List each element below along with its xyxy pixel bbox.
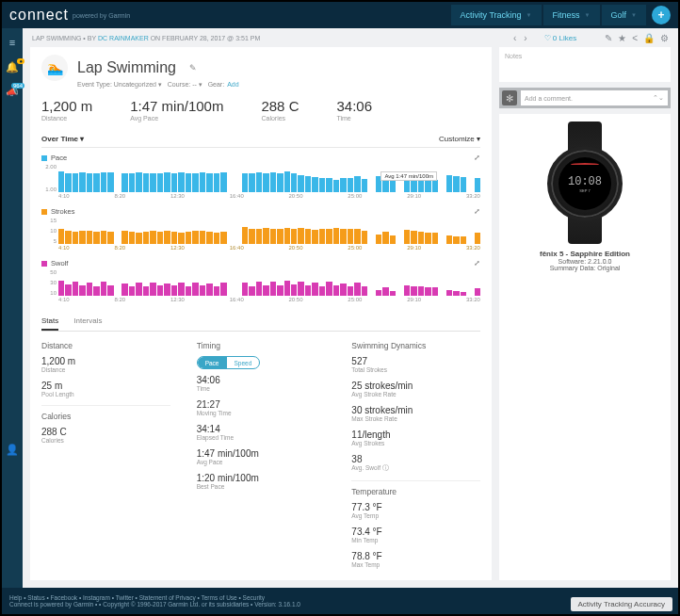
stat-item: 78.8 °FMax Temp [351, 551, 480, 568]
chart-mode-dropdown[interactable]: Over Time ▾ [41, 135, 84, 143]
stat-item: 25 strokes/minAvg Stroke Rate [351, 381, 480, 397]
main-panel: 🏊 Lap Swimming ✎ Event Type: Uncategoriz… [30, 47, 492, 580]
event-type-dropdown[interactable]: Event Type: Uncategorized ▾ [77, 81, 162, 88]
likes-button[interactable]: ♡ 0 Likes [544, 34, 577, 42]
share-icon[interactable]: < [632, 33, 638, 43]
next-activity-icon[interactable]: › [520, 33, 530, 43]
stat-item: 34:06Time [197, 375, 326, 392]
stat-item: 25 mPool Length [41, 381, 170, 397]
notifications-icon[interactable]: 🔔● [6, 60, 19, 73]
device-software: Software: 2.21.0.0 [559, 258, 612, 265]
top-metric: 1,200 mDistance [41, 98, 92, 122]
stat-item: 21:27Moving Time [197, 399, 326, 416]
breadcrumb-section: LAP SWIMMING [32, 35, 81, 41]
footer: Help • Status • Facebook • Instagram • T… [2, 588, 678, 614]
tab-stats[interactable]: Stats [41, 313, 58, 331]
notes-header: Notes [505, 53, 665, 59]
top-metric: 1:47 min/100mAvg Pace [130, 98, 223, 122]
breadcrumb-row: LAP SWIMMING • BY DC RAINMAKER ON FEBRUA… [23, 28, 678, 47]
menu-icon[interactable]: ≡ [6, 36, 19, 49]
activity-title: Lap Swimming [77, 59, 176, 76]
chart-swolf[interactable]: 5030104:108:2012:3016:4020:5025:0029:103… [41, 269, 480, 305]
activity-tools: ✎ ★ < 🔒 ⚙ [605, 33, 669, 43]
edit-title-icon[interactable]: ✎ [189, 63, 197, 73]
expand-chart-icon[interactable]: ⤢ [474, 207, 480, 216]
topbar: connect powered by Garmin Activity Track… [2, 2, 678, 28]
favorite-icon[interactable]: ★ [618, 33, 626, 43]
avg-flag: Avg 1:47 min/100m [380, 171, 437, 181]
chart-pace[interactable]: 2.001.004:108:2012:3016:4020:5025:0029:1… [41, 164, 480, 202]
device-summary: Summary Data: Original [550, 265, 621, 271]
stat-item: 30 strokes/minMax Stroke Rate [351, 405, 480, 422]
expand-chart-icon[interactable]: ⤢ [474, 154, 480, 162]
edit-icon[interactable]: ✎ [605, 33, 612, 43]
pace-speed-toggle[interactable]: PaceSpeed [197, 356, 261, 369]
settings-icon[interactable]: ⚙ [660, 33, 669, 43]
top-tab-activity[interactable]: Activity Tracking▼ [451, 5, 542, 25]
device-panel: 10:08 SEP 7 fēnix 5 - Sapphire Edition S… [499, 114, 671, 580]
stat-item: 1:20 min/100mBest Pace [197, 473, 326, 490]
comment-bar: ✻ Add a comment.⌃⌄ [499, 88, 671, 108]
stat-item: 288 CCalories [41, 427, 170, 444]
brand-sub: powered by Garmin [73, 12, 130, 19]
top-metric: 288 CCalories [261, 98, 299, 122]
stat-item: 34:14Elapsed Time [197, 424, 326, 441]
avatar: ✻ [502, 90, 517, 105]
tab-intervals[interactable]: Intervals [73, 313, 102, 331]
stat-item: 1,200 mDistance [41, 356, 170, 373]
device-image: 10:08 SEP 7 [538, 122, 632, 244]
breadcrumb-author[interactable]: DC RAINMAKER [98, 35, 149, 41]
lock-icon[interactable]: 🔒 [643, 33, 655, 43]
swim-icon: 🏊 [41, 55, 68, 81]
course-dropdown[interactable]: Course: -- ▾ [168, 81, 202, 88]
prev-activity-icon[interactable]: ‹ [510, 33, 520, 43]
chart-strokes[interactable]: 151054:108:2012:3016:4020:5025:0029:1033… [41, 218, 480, 253]
stat-item: 1:47 min/100mAvg Pace [197, 448, 326, 465]
accuracy-button[interactable]: Activity Tracking Accuracy [571, 597, 672, 611]
breadcrumb-date: ON FEBRUARY 28, 2017 @ 3:51 PM [151, 35, 261, 41]
device-name: fēnix 5 - Sapphire Edition [540, 250, 630, 258]
stat-item: 11/lengthAvg Strokes [351, 430, 480, 446]
messages-icon[interactable]: 📣964 [6, 85, 19, 98]
customize-dropdown[interactable]: Customize ▾ [439, 135, 480, 143]
notes-panel: Notes [499, 47, 671, 82]
top-tab-golf[interactable]: Golf▼ [602, 5, 646, 25]
profile-icon[interactable]: 👤 [6, 443, 19, 456]
top-tab-fitness[interactable]: Fitness▼ [543, 5, 600, 25]
stat-item: 77.3 °FAvg Temp [351, 502, 480, 519]
stat-item: 73.4 °FMin Temp [351, 527, 480, 543]
expand-chart-icon[interactable]: ⤢ [474, 259, 480, 267]
top-metric: 34:06Time [336, 98, 372, 122]
comment-input[interactable]: Add a comment.⌃⌄ [521, 90, 668, 105]
add-gear-link[interactable]: Add [227, 81, 238, 88]
brand-name: connect [9, 7, 69, 24]
add-button[interactable]: + [652, 6, 671, 24]
stat-item: 38Avg. Swolf ⓘ [351, 454, 480, 473]
stat-item: 527Total Strokes [351, 356, 480, 373]
left-rail: ≡ 🔔● 📣964 👤 [2, 28, 23, 588]
